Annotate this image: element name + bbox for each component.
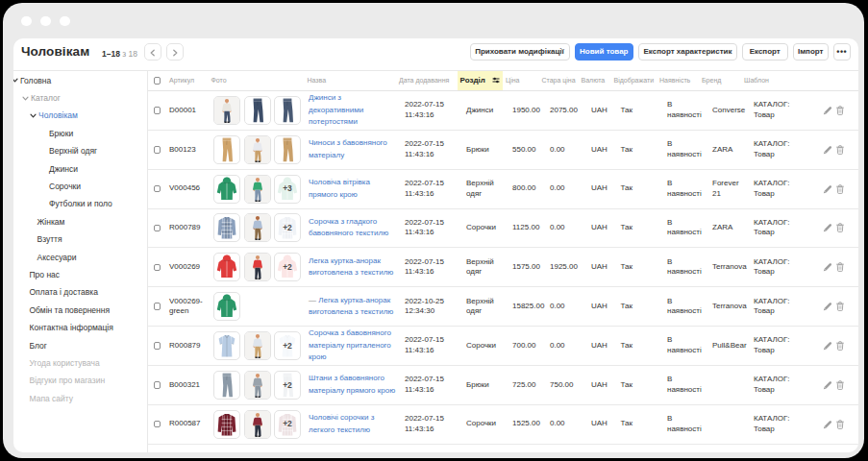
sidebar-item[interactable]: Контактна інформація xyxy=(13,319,147,336)
column-header-template[interactable]: Шаблон xyxy=(741,71,816,91)
select-all-checkbox[interactable] xyxy=(154,77,161,85)
edit-pencil-icon[interactable] xyxy=(823,106,832,115)
product-photo-person[interactable] xyxy=(213,96,240,125)
sidebar-item[interactable]: Брюки xyxy=(13,125,147,142)
edit-pencil-icon[interactable] xyxy=(823,420,832,429)
delete-trash-icon[interactable] xyxy=(836,262,844,272)
delete-trash-icon[interactable] xyxy=(836,341,844,351)
row-checkbox[interactable] xyxy=(154,421,161,428)
product-name-link[interactable]: Сорочка з бавовняного матеріалу притален… xyxy=(309,328,391,361)
hide-modifications-button[interactable]: Приховати модифікації xyxy=(470,43,570,61)
row-checkbox[interactable] xyxy=(154,381,161,389)
sidebar-item[interactable]: Верхній одяг xyxy=(13,142,147,159)
edit-pencil-icon[interactable] xyxy=(823,184,832,194)
product-photo-person[interactable] xyxy=(244,253,271,281)
export-characteristics-button[interactable]: Експорт характеристик xyxy=(638,43,737,61)
sidebar-item[interactable]: Джинси xyxy=(13,159,147,177)
delete-trash-icon[interactable] xyxy=(836,106,844,115)
window-control-dot[interactable] xyxy=(60,16,70,27)
sidebar-item[interactable]: Футболки и поло xyxy=(13,195,147,212)
sidebar-item[interactable]: Оплата і доставка xyxy=(13,283,147,301)
product-photo-pants[interactable] xyxy=(213,371,240,400)
more-photos-thumb[interactable]: +2 xyxy=(274,371,301,400)
product-name-link[interactable]: Штани з бавовняного матеріалу прямого кр… xyxy=(309,374,395,394)
product-photo-pants[interactable] xyxy=(274,96,301,125)
product-name-link[interactable]: Чоловічі сорочки з легкого текстилю xyxy=(309,413,374,433)
delete-trash-icon[interactable] xyxy=(836,223,844,232)
row-checkbox[interactable] xyxy=(154,107,161,114)
product-photo-shirt[interactable] xyxy=(213,410,240,439)
column-header-photo[interactable]: Фото xyxy=(211,71,305,91)
product-name-link[interactable]: Чоловіча вітрівка прямого крою xyxy=(309,178,370,198)
product-photo-shirt[interactable] xyxy=(213,213,240,242)
row-checkbox[interactable] xyxy=(154,146,161,154)
product-name-link[interactable]: Легка куртка-анорак виготовлена з тексти… xyxy=(309,256,393,277)
sidebar-item[interactable]: Аксесуари xyxy=(13,248,147,265)
sidebar-item[interactable]: Чоловікам xyxy=(13,107,147,124)
row-checkbox[interactable] xyxy=(154,342,161,350)
column-header-availability[interactable]: Наявність xyxy=(656,71,700,91)
more-actions-button[interactable]: ••• xyxy=(833,43,851,61)
import-button[interactable]: Імпорт xyxy=(793,43,830,61)
column-header-visible[interactable]: Відображати xyxy=(611,71,656,91)
product-photo-pants[interactable] xyxy=(274,135,301,164)
column-header-article[interactable]: Артикул xyxy=(166,71,211,91)
product-name-link[interactable]: Сорочка з гладкого бавовняного текстилю xyxy=(309,217,388,237)
window-control-dot[interactable] xyxy=(40,16,51,27)
product-photo-person[interactable] xyxy=(244,175,271,204)
column-header-old_price[interactable]: Стара ціна xyxy=(541,71,580,91)
edit-pencil-icon[interactable] xyxy=(823,302,832,311)
row-checkbox[interactable] xyxy=(154,185,161,193)
delete-trash-icon[interactable] xyxy=(836,380,844,390)
column-header-price[interactable]: Ціна xyxy=(505,71,541,91)
sidebar-item[interactable]: Відгуки про магазин xyxy=(13,372,147,389)
product-photo-jacket[interactable] xyxy=(213,175,240,204)
product-photo-person[interactable] xyxy=(244,371,271,400)
column-header-currency[interactable]: Валюта xyxy=(580,71,611,91)
pagination-prev-button[interactable] xyxy=(144,43,161,61)
column-header-name[interactable]: Назва xyxy=(305,71,397,91)
sidebar-item[interactable]: Обмін та повернення xyxy=(13,302,147,319)
edit-pencil-icon[interactable] xyxy=(823,341,832,351)
sidebar-item[interactable]: Блог xyxy=(13,336,147,353)
new-product-button[interactable]: Новий товар xyxy=(575,43,634,61)
delete-trash-icon[interactable] xyxy=(836,145,844,155)
pagination-next-button[interactable] xyxy=(166,43,184,61)
product-photo-person[interactable] xyxy=(244,331,271,360)
sidebar-item[interactable]: Про нас xyxy=(13,266,147,283)
sidebar-item[interactable]: Жінкам xyxy=(13,213,147,230)
column-header-section[interactable]: Розділ xyxy=(458,71,503,91)
more-photos-thumb[interactable]: +3 xyxy=(274,175,301,204)
product-name-link[interactable]: Легка куртка-анорак виготовлена з тексти… xyxy=(309,296,393,316)
sidebar-item[interactable]: Мапа сайту xyxy=(13,390,147,407)
product-photo-pants[interactable] xyxy=(244,96,271,125)
delete-trash-icon[interactable] xyxy=(836,420,844,429)
product-photo-person[interactable] xyxy=(244,135,271,164)
more-photos-thumb[interactable]: +2 xyxy=(274,213,301,242)
sidebar-item[interactable]: Каталог xyxy=(13,89,147,107)
sidebar-item[interactable]: Сорочки xyxy=(13,178,147,195)
sidebar-item[interactable]: Взуття xyxy=(13,230,147,248)
sidebar-item[interactable]: Угода користувача xyxy=(13,354,147,372)
delete-trash-icon[interactable] xyxy=(836,302,844,311)
window-control-dot[interactable] xyxy=(21,16,32,27)
product-name-link[interactable]: Чиноси з бавовняного матеріалу xyxy=(309,138,387,158)
row-checkbox[interactable] xyxy=(154,303,161,310)
export-button[interactable]: Експорт xyxy=(742,43,788,61)
product-photo-jacket[interactable] xyxy=(213,292,240,321)
more-photos-thumb[interactable]: +2 xyxy=(274,253,301,281)
more-photos-thumb[interactable]: +2 xyxy=(274,410,301,439)
product-photo-person[interactable] xyxy=(244,213,271,242)
edit-pencil-icon[interactable] xyxy=(823,223,832,232)
edit-pencil-icon[interactable] xyxy=(823,262,832,272)
more-photos-thumb[interactable]: +2 xyxy=(274,331,301,360)
column-header-brand[interactable]: Бренд xyxy=(700,71,741,91)
product-name-link[interactable]: Джинси з декоративними потертостями xyxy=(309,93,363,126)
delete-trash-icon[interactable] xyxy=(836,184,844,194)
edit-pencil-icon[interactable] xyxy=(823,380,832,390)
row-checkbox[interactable] xyxy=(154,264,161,272)
row-checkbox[interactable] xyxy=(154,225,161,232)
product-photo-person[interactable] xyxy=(244,410,271,439)
column-header-date[interactable]: Дата додавання xyxy=(397,71,455,91)
product-photo-pants[interactable] xyxy=(213,135,240,164)
